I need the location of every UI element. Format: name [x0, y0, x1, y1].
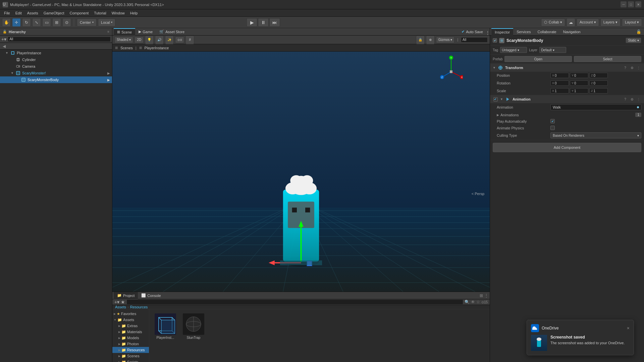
project-search-input[interactable]: [126, 299, 463, 305]
menu-dots-icon[interactable]: ⋮: [486, 31, 488, 33]
scene-search-input[interactable]: [461, 37, 488, 43]
prefab-select-button[interactable]: Select: [574, 56, 641, 62]
account-button[interactable]: Account ▾: [577, 18, 599, 26]
folder-materials[interactable]: ▶ 📁 Materials: [112, 329, 149, 335]
tab-game[interactable]: ▶ Game: [135, 28, 156, 36]
menu-edit[interactable]: Edit: [13, 9, 24, 17]
transform-help-icon[interactable]: ?: [623, 65, 628, 70]
step-button[interactable]: ⏭: [269, 18, 280, 27]
local-dropdown[interactable]: Local ▾: [98, 18, 115, 26]
anim-help-icon[interactable]: ?: [623, 97, 628, 102]
folder-models[interactable]: ▶ 📁 Models: [112, 335, 149, 341]
rotation-y-field[interactable]: Y 0: [570, 80, 588, 86]
rotation-z-field[interactable]: Z 0: [589, 80, 608, 86]
minimize-button[interactable]: ─: [621, 1, 627, 7]
gizmos-dropdown[interactable]: Gizmos ▾: [436, 37, 455, 43]
hierarchy-search-input[interactable]: [8, 37, 111, 42]
scale-y-field[interactable]: Y 1: [570, 88, 588, 94]
star-icon[interactable]: ★: [121, 299, 125, 305]
menu-file[interactable]: File: [1, 9, 13, 17]
anim-settings-icon[interactable]: ⚙: [629, 97, 635, 102]
maximize-button[interactable]: □: [628, 1, 634, 7]
folder-scripts[interactable]: ▶ 📁 Scripts: [112, 359, 149, 362]
grid-btn[interactable]: #: [185, 36, 194, 44]
project-menu-icon[interactable]: ⊞: [480, 293, 483, 298]
collab-button[interactable]: ⬡ Collab ▾: [541, 18, 565, 26]
layers-button[interactable]: Layers ▾: [600, 18, 621, 26]
animations-expand-icon[interactable]: ▶: [497, 113, 499, 117]
tab-collaborate[interactable]: Collaborate: [534, 28, 559, 36]
transform-header[interactable]: ▼ Transform ? ⚙ ⋮: [490, 64, 644, 72]
center-dropdown[interactable]: Center ▾: [77, 18, 97, 26]
tab-navigation[interactable]: Navigation: [560, 28, 584, 36]
lighting-btn[interactable]: 💡: [145, 36, 154, 44]
tree-item-scarymonster[interactable]: ▼ ScaryMonster! ▶: [0, 70, 112, 76]
menu-help[interactable]: Help: [127, 9, 141, 17]
animation-enable-checkbox[interactable]: ✔: [493, 97, 498, 102]
animate-physics-checkbox[interactable]: [550, 126, 555, 130]
hierarchy-menu-icon[interactable]: ≡: [107, 30, 109, 34]
position-z-field[interactable]: Z 0: [589, 73, 608, 78]
animation-header[interactable]: ✔ ▼ Animation ? ⚙ ⋮: [490, 95, 644, 103]
menu-tutorial[interactable]: Tutorial: [91, 9, 109, 17]
tree-item-cylinder[interactable]: Cylinder: [0, 56, 112, 63]
layout-button[interactable]: Layout ▾: [622, 18, 642, 26]
effects-btn[interactable]: ✨: [165, 36, 174, 44]
scale-tool[interactable]: ⤡: [32, 18, 41, 27]
toast-close-button[interactable]: ×: [627, 325, 630, 331]
tab-project[interactable]: 📁 Project: [114, 292, 138, 299]
scene-nav-btn[interactable]: ⊕: [426, 36, 435, 44]
pause-button[interactable]: ⏸: [258, 18, 269, 27]
scale-x-field[interactable]: X 1: [550, 88, 569, 94]
eye-icon[interactable]: 👁: [471, 300, 475, 304]
transform-tool[interactable]: ⊞: [52, 18, 61, 27]
assets-section[interactable]: ▼ 📁 Assets: [112, 317, 149, 323]
component-enable-checkbox[interactable]: ✔: [493, 38, 497, 43]
menu-component[interactable]: Component: [67, 9, 91, 17]
hierarchy-add-button[interactable]: +▾: [1, 37, 6, 42]
favorites-section[interactable]: ▶ ★ Favorites: [112, 311, 149, 317]
add-component-button[interactable]: Add Component: [493, 143, 641, 152]
breadcrumb-assets[interactable]: Assets: [115, 305, 126, 309]
scene-viewport[interactable]: Y X Z < Persp: [112, 52, 490, 292]
culling-type-dropdown[interactable]: Based On Renderers ▾: [550, 132, 641, 138]
rotation-x-field[interactable]: X 0: [550, 80, 569, 86]
cloud-button[interactable]: ☁: [567, 18, 575, 27]
breadcrumb-resources[interactable]: Resources: [130, 305, 148, 309]
move-tool[interactable]: ✛: [12, 18, 21, 27]
tab-services[interactable]: Services: [513, 28, 534, 36]
tag-dropdown[interactable]: Untagged ▾: [500, 47, 527, 53]
transform-settings-icon[interactable]: ⚙: [629, 65, 635, 70]
rotate-tool[interactable]: ↻: [22, 18, 31, 27]
scene-lock-btn[interactable]: 🔒: [416, 36, 425, 44]
position-y-field[interactable]: Y 0: [570, 73, 588, 78]
shading-dropdown[interactable]: Shaded ▾: [114, 37, 133, 43]
anim-menu-icon[interactable]: ⋮: [636, 97, 641, 102]
menu-window[interactable]: Window: [109, 9, 127, 17]
back-icon[interactable]: ◀: [3, 44, 6, 49]
lock-icon[interactable]: 🔓: [636, 29, 641, 34]
tree-item-camera[interactable]: Camera: [0, 63, 112, 70]
rect-tool[interactable]: ▭: [42, 18, 51, 27]
asset-stuntrap[interactable]: StunTrap: [180, 312, 207, 341]
2d-toggle[interactable]: 2D: [135, 37, 144, 43]
folder-scenes[interactable]: ▶ 📁 Scenes: [112, 353, 149, 359]
hand-tool[interactable]: ✋: [2, 18, 11, 27]
folder-resources[interactable]: ▶ 📁 Resources: [112, 347, 149, 353]
prefab-open-button[interactable]: Open: [504, 56, 572, 62]
position-x-field[interactable]: X 0: [550, 73, 569, 78]
project-dots-icon[interactable]: ⋮: [484, 293, 488, 298]
star2-icon[interactable]: ☆: [476, 300, 480, 304]
custom-tool[interactable]: ⊙: [62, 18, 71, 27]
animation-value-field[interactable]: Walk: [550, 104, 641, 110]
play-button[interactable]: ▶: [247, 18, 257, 27]
project-add-button[interactable]: +▾: [114, 299, 119, 305]
hierarchy-lock-icon[interactable]: 🔓: [3, 30, 7, 34]
folder-photon[interactable]: ▶ 📁 Photon: [112, 341, 149, 347]
scene-player-tab[interactable]: PlayerInstance: [145, 46, 169, 50]
tab-scene[interactable]: ⊞ Scene: [114, 28, 135, 36]
asset-playerinst[interactable]: PlayerInst...: [152, 312, 179, 341]
tab-asset-store[interactable]: 🛒 Asset Store: [156, 28, 188, 36]
tree-item-playerinstance[interactable]: ▼ PlayerInstance: [0, 50, 112, 56]
tab-console[interactable]: ⬜ Console: [138, 292, 164, 299]
